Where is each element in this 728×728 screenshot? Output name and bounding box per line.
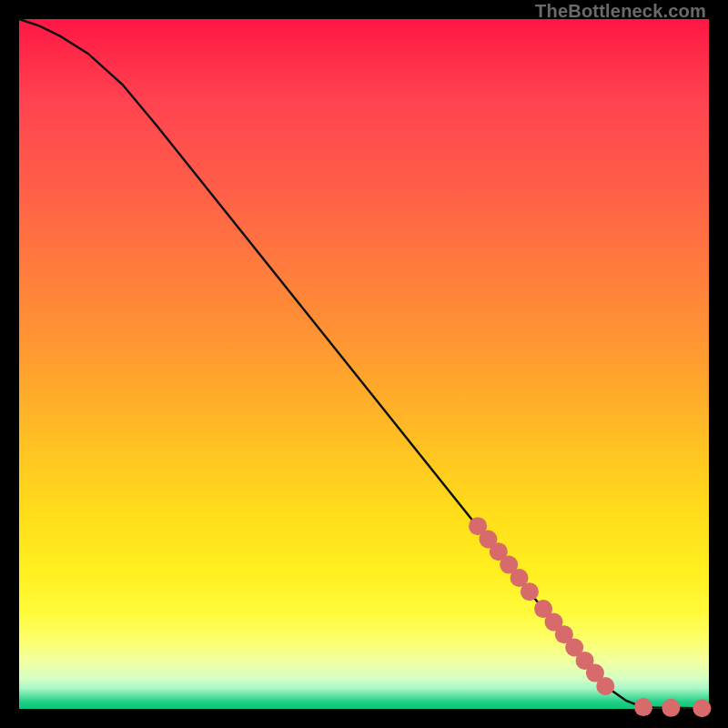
data-marker — [596, 677, 614, 695]
attribution-label: TheBottleneck.com — [535, 1, 706, 22]
curve-path — [19, 19, 709, 708]
data-marker — [662, 699, 680, 717]
data-marker — [634, 698, 652, 716]
data-marker — [693, 699, 711, 717]
chart-frame: TheBottleneck.com — [0, 0, 728, 728]
data-marker — [521, 582, 539, 601]
chart-svg — [19, 19, 709, 709]
marker-layer — [469, 517, 711, 717]
